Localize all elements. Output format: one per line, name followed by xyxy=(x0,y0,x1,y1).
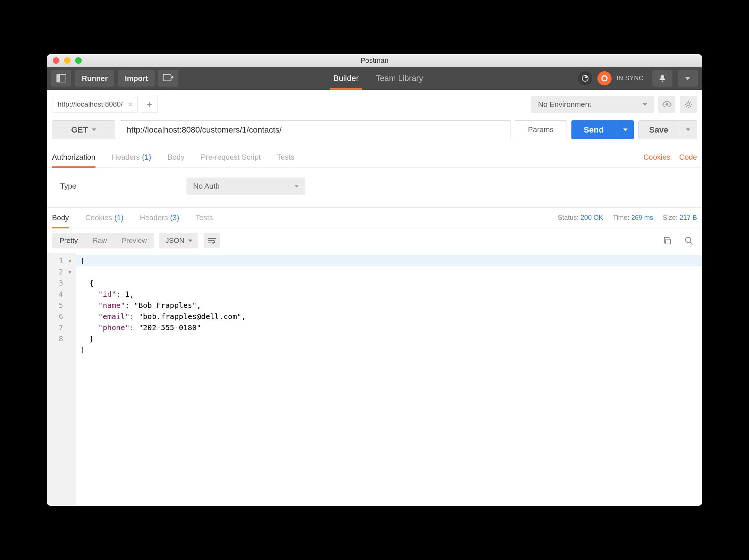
add-tab-button[interactable]: + xyxy=(141,96,158,113)
environment-select[interactable]: No Environment xyxy=(531,96,654,113)
tab-body[interactable]: Body xyxy=(168,147,185,167)
runner-button[interactable]: Runner xyxy=(75,70,114,87)
tab-team-library[interactable]: Team Library xyxy=(376,67,423,90)
send-button[interactable]: Send xyxy=(571,120,616,139)
time-label: Time: xyxy=(613,214,629,221)
sidebar-toggle-button[interactable] xyxy=(51,70,71,87)
chevron-down-icon xyxy=(643,103,647,106)
environment-selected-label: No Environment xyxy=(538,100,591,109)
import-button[interactable]: Import xyxy=(118,70,155,87)
close-window-button[interactable] xyxy=(53,57,59,64)
svg-rect-10 xyxy=(666,239,671,244)
time-value: 269 ms xyxy=(631,214,653,221)
response-body-code: [ { "id": 1, "name": "Bob Frapples", "em… xyxy=(76,253,702,506)
svg-point-5 xyxy=(602,76,607,81)
save-button-group: Save xyxy=(638,120,697,139)
request-url-input[interactable]: http://localhost:8080/customers/1/contac… xyxy=(120,120,510,139)
traffic-lights xyxy=(47,57,82,64)
svg-point-8 xyxy=(687,103,690,106)
tab-headers[interactable]: Headers (1) xyxy=(112,147,151,167)
minimize-window-button[interactable] xyxy=(64,57,71,64)
auth-type-select[interactable]: No Auth xyxy=(187,178,305,195)
params-button[interactable]: Params xyxy=(515,120,567,139)
authorization-panel: Type No Auth xyxy=(47,168,702,208)
tab-response-headers-label: Headers xyxy=(140,214,168,222)
auth-type-selected: No Auth xyxy=(193,182,220,191)
svg-point-4 xyxy=(585,76,587,78)
close-tab-icon[interactable]: × xyxy=(128,100,132,109)
main-toolbar: Runner Import Builder Team Library IN SY… xyxy=(47,67,702,90)
tab-response-body[interactable]: Body xyxy=(52,208,69,228)
view-preview[interactable]: Preview xyxy=(114,233,155,248)
titlebar: Postman xyxy=(47,54,702,67)
url-bar-row: GET http://localhost:8080/customers/1/co… xyxy=(47,117,702,147)
chevron-down-icon xyxy=(92,128,96,131)
tab-response-cookies-label: Cookies xyxy=(85,214,112,222)
http-method-select[interactable]: GET xyxy=(52,120,115,139)
zoom-window-button[interactable] xyxy=(75,57,82,64)
status-label: Status: xyxy=(558,214,578,221)
save-dropdown-button[interactable] xyxy=(679,120,697,139)
window-title: Postman xyxy=(47,56,702,65)
tab-tests[interactable]: Tests xyxy=(277,147,295,167)
svg-point-11 xyxy=(685,237,691,242)
tab-authorization[interactable]: Authorization xyxy=(52,147,95,167)
chevron-down-icon xyxy=(686,128,690,131)
notifications-button[interactable] xyxy=(652,70,672,87)
settings-dropdown-button[interactable] xyxy=(678,70,698,87)
view-pretty[interactable]: Pretty xyxy=(52,233,85,248)
search-response-button[interactable] xyxy=(681,233,697,248)
svg-rect-2 xyxy=(163,75,171,81)
code-link[interactable]: Code xyxy=(679,153,697,162)
cookies-link[interactable]: Cookies xyxy=(643,153,670,162)
response-view-toolbar: Pretty Raw Preview JSON xyxy=(47,228,702,253)
toolbar-right: IN SYNC xyxy=(578,70,698,87)
tab-response-cookies[interactable]: Cookies (1) xyxy=(85,208,124,228)
send-dropdown-button[interactable] xyxy=(616,120,634,139)
response-view-mode: Pretty Raw Preview xyxy=(52,233,154,248)
sync-status-label: IN SYNC xyxy=(617,75,643,82)
status-value: 200 OK xyxy=(580,214,603,221)
request-tab-0[interactable]: http://localhost:8080/ × xyxy=(52,96,138,113)
response-meta: Status: 200 OK Time: 269 ms Size: 217 B xyxy=(558,214,697,222)
svg-point-6 xyxy=(662,81,663,82)
save-button[interactable]: Save xyxy=(638,120,679,139)
svg-rect-1 xyxy=(57,75,60,82)
chevron-down-icon xyxy=(623,128,628,131)
sync-icon[interactable] xyxy=(597,71,612,85)
workspace-tabs: Builder Team Library xyxy=(182,67,574,90)
interceptor-icon[interactable] xyxy=(578,71,592,85)
svg-point-7 xyxy=(666,103,668,106)
tab-headers-label: Headers xyxy=(112,153,140,162)
tab-response-tests[interactable]: Tests xyxy=(195,208,213,228)
wrap-lines-button[interactable] xyxy=(204,233,220,248)
line-gutter: 1 ▾ 2 ▾ 3 4 5 6 7 8 xyxy=(47,253,76,506)
environment-quicklook-button[interactable] xyxy=(658,96,675,113)
size-label: Size: xyxy=(663,214,678,221)
response-body-editor[interactable]: 1 ▾ 2 ▾ 3 4 5 6 7 8 [ { "id": 1, "name":… xyxy=(47,253,702,506)
response-format-select[interactable]: JSON xyxy=(159,233,198,248)
tab-response-headers[interactable]: Headers (3) xyxy=(140,208,179,228)
request-tab-label: http://localhost:8080/ xyxy=(58,100,123,108)
response-section-tabs: Body Cookies (1) Headers (3) Tests Statu… xyxy=(47,208,702,228)
request-tabstrip-row: http://localhost:8080/ × + No Environmen… xyxy=(47,90,702,117)
chevron-down-icon xyxy=(188,240,192,242)
request-section-tabs: Authorization Headers (1) Body Pre-reque… xyxy=(47,147,702,168)
new-window-button[interactable] xyxy=(158,70,178,87)
send-button-group: Send xyxy=(571,120,634,139)
view-raw[interactable]: Raw xyxy=(85,233,114,248)
tab-prerequest[interactable]: Pre-request Script xyxy=(201,147,260,167)
tab-headers-count: (1) xyxy=(142,153,151,162)
http-method-label: GET xyxy=(71,125,88,135)
auth-type-label: Type xyxy=(60,182,187,191)
tab-response-headers-count: (3) xyxy=(170,214,179,222)
copy-response-button[interactable] xyxy=(659,233,675,248)
request-tabs: http://localhost:8080/ × + xyxy=(52,96,158,113)
app-window: Postman Runner Import Builder Team Libra… xyxy=(47,54,702,506)
tab-builder[interactable]: Builder xyxy=(333,67,359,90)
tab-response-cookies-count: (1) xyxy=(114,214,123,222)
size-value: 217 B xyxy=(680,214,697,221)
response-format-label: JSON xyxy=(165,237,184,245)
environment-settings-button[interactable] xyxy=(680,96,697,113)
chevron-down-icon xyxy=(294,185,299,188)
